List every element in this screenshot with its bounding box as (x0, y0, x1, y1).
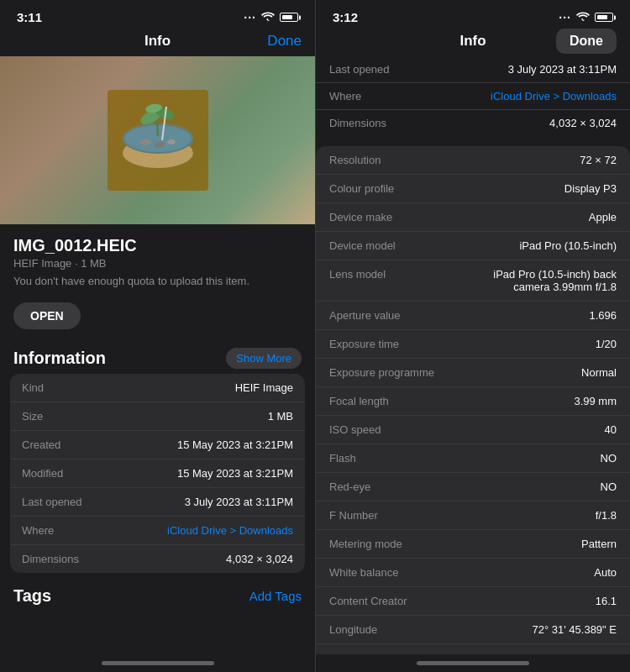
table-row: Red-eye NO (316, 473, 630, 501)
svg-point-5 (139, 139, 151, 145)
right-status-bar: 3:12 ··· (316, 0, 630, 28)
left-battery-icon (280, 13, 298, 22)
right-done-button[interactable]: Done (556, 29, 617, 54)
left-quota-warning: You don't have enough quota to upload th… (13, 275, 302, 287)
table-row: Where iCloud Drive > Downloads (10, 517, 305, 545)
left-section-title: Information (13, 349, 106, 368)
left-section-header: Information Show More (0, 338, 315, 374)
svg-point-7 (167, 139, 176, 144)
table-row: Last opened 3 July 2023 at 3:11PM (10, 488, 305, 517)
table-row: Exposure programme Normal (316, 359, 630, 387)
table-row: Exposure time 1/20 (316, 330, 630, 359)
table-row: Longitude 72° 31' 45.389" E (316, 616, 630, 644)
left-dots-icon: ··· (244, 11, 256, 24)
table-row: F Number f/1.8 (316, 501, 630, 530)
open-button[interactable]: OPEN (13, 302, 81, 329)
left-image-placeholder (0, 56, 315, 224)
right-dark-table: Resolution 72 × 72 Colour profile Displa… (316, 146, 630, 654)
left-file-info: IMG_0012.HEIC HEIF Image · 1 MB You don'… (0, 224, 315, 294)
right-battery-icon (595, 13, 613, 22)
left-panel: 3:11 ··· Info Done (0, 0, 315, 672)
left-tags-section: Tags Add Tags (0, 573, 315, 612)
table-row: Latitude 23° 1' 47.501" N (316, 644, 630, 654)
right-panel: 3:12 ··· Info Done Last opened 3 July 20… (315, 0, 630, 672)
left-file-name: IMG_0012.HEIC (13, 236, 302, 255)
left-wifi-icon (261, 11, 275, 24)
show-more-button[interactable]: Show More (226, 348, 302, 369)
left-image-container (0, 56, 315, 224)
plant-bowl-image (108, 90, 208, 191)
left-time: 3:11 (17, 10, 42, 24)
right-status-icons: ··· (559, 11, 613, 24)
table-row: ISO speed 40 (316, 416, 630, 444)
left-tags-title: Tags (13, 586, 51, 606)
left-nav-title: Info (144, 33, 171, 50)
right-scroll-area[interactable]: Last opened 3 July 2023 at 3:11PM Where … (316, 56, 630, 654)
table-row: Dimensions 4,032 × 3,024 (10, 545, 305, 573)
table-row: Device make Apple (316, 203, 630, 232)
table-row: Lens model iPad Pro (10.5-inch) back cam… (316, 260, 630, 302)
table-row: Resolution 72 × 72 (316, 146, 630, 175)
left-add-tags-button[interactable]: Add Tags (249, 589, 302, 603)
table-row: Aperture value 1.696 (316, 302, 630, 330)
right-time: 3:12 (333, 10, 358, 24)
table-row: Metering mode Pattern (316, 530, 630, 559)
table-row: Device model iPad Pro (10.5-inch) (316, 232, 630, 260)
table-row: Created 15 May 2023 at 3:21PM (10, 431, 305, 459)
right-nav-title: Info (459, 33, 486, 50)
table-row: White balance Auto (316, 559, 630, 587)
right-wifi-icon (576, 11, 590, 24)
left-info-table: Kind HEIF Image Size 1 MB Created 15 May… (10, 374, 305, 573)
right-dots-icon: ··· (559, 11, 571, 24)
table-row: Colour profile Display P3 (316, 175, 630, 203)
left-status-icons: ··· (244, 11, 298, 24)
table-row: Kind HEIF Image (10, 374, 305, 402)
left-file-meta: HEIF Image · 1 MB (13, 257, 302, 270)
left-done-button[interactable]: Done (267, 33, 302, 50)
left-nav-bar: Info Done (0, 28, 315, 56)
right-nav-bar: Info Done (316, 28, 630, 56)
left-home-indicator (102, 661, 214, 665)
table-row: Focal length 3.99 mm (316, 387, 630, 416)
table-row: Size 1 MB (10, 402, 305, 431)
right-home-indicator (417, 661, 529, 665)
svg-point-6 (155, 142, 165, 148)
table-row: Last opened 3 July 2023 at 3:11PM (316, 56, 630, 83)
table-row: Content Creator 16.1 (316, 587, 630, 616)
right-top-info-table: Last opened 3 July 2023 at 3:11PM Where … (316, 56, 630, 141)
table-row: Flash NO (316, 444, 630, 473)
table-row: Modified 15 May 2023 at 3:21PM (10, 459, 305, 488)
table-row: Dimensions 4,032 × 3,024 (316, 110, 630, 136)
table-row: Where iCloud Drive > Downloads (316, 83, 630, 110)
left-status-bar: 3:11 ··· (0, 0, 315, 28)
